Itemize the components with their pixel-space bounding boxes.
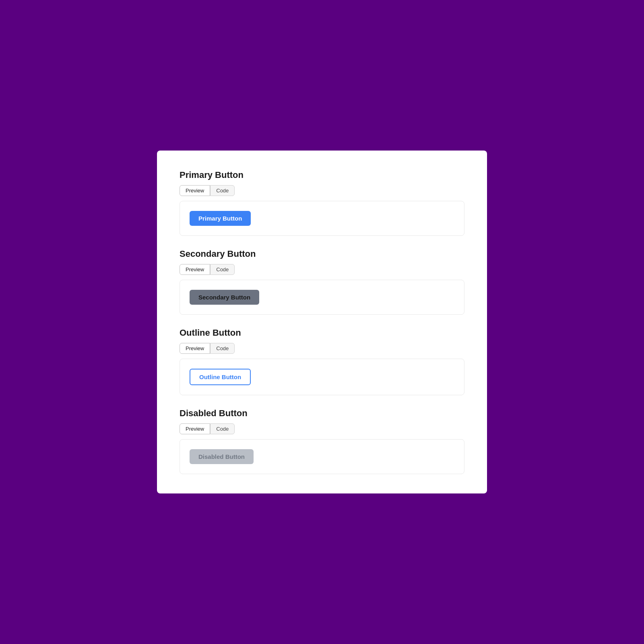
tab-bar-secondary: Preview Code xyxy=(180,264,464,275)
preview-area-primary: Primary Button xyxy=(180,201,464,236)
tab-code-primary[interactable]: Code xyxy=(210,185,235,196)
tab-preview-disabled[interactable]: Preview xyxy=(180,423,210,434)
section-title-primary: Primary Button xyxy=(180,170,464,180)
main-card: Primary Button Preview Code Primary Butt… xyxy=(157,151,487,493)
section-title-disabled: Disabled Button xyxy=(180,408,464,419)
preview-area-secondary: Secondary Button xyxy=(180,280,464,315)
tab-bar-primary: Preview Code xyxy=(180,185,464,196)
section-title-secondary: Secondary Button xyxy=(180,249,464,259)
tab-code-outline[interactable]: Code xyxy=(210,343,235,354)
secondary-button[interactable]: Secondary Button xyxy=(190,290,259,305)
tab-preview-primary[interactable]: Preview xyxy=(180,185,210,196)
preview-area-outline: Outline Button xyxy=(180,359,464,395)
primary-button[interactable]: Primary Button xyxy=(190,211,251,226)
section-disabled: Disabled Button Preview Code Disabled Bu… xyxy=(180,408,464,474)
section-outline: Outline Button Preview Code Outline Butt… xyxy=(180,328,464,395)
tab-preview-secondary[interactable]: Preview xyxy=(180,264,210,275)
section-secondary: Secondary Button Preview Code Secondary … xyxy=(180,249,464,315)
disabled-button: Disabled Button xyxy=(190,449,254,464)
preview-area-disabled: Disabled Button xyxy=(180,439,464,474)
outline-button[interactable]: Outline Button xyxy=(190,369,251,385)
tab-code-disabled[interactable]: Code xyxy=(210,423,235,434)
section-title-outline: Outline Button xyxy=(180,328,464,338)
tab-bar-disabled: Preview Code xyxy=(180,423,464,434)
section-primary: Primary Button Preview Code Primary Butt… xyxy=(180,170,464,236)
tab-code-secondary[interactable]: Code xyxy=(210,264,235,275)
tab-bar-outline: Preview Code xyxy=(180,343,464,354)
tab-preview-outline[interactable]: Preview xyxy=(180,343,210,354)
